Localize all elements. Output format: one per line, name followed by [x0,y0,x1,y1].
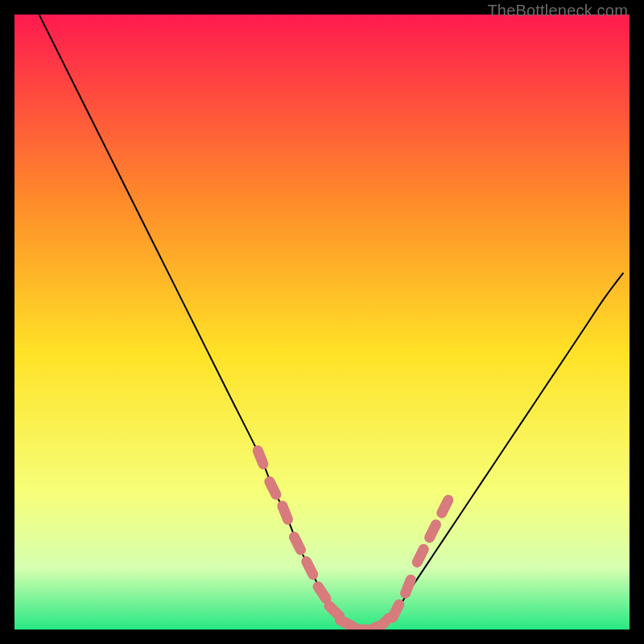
hotspot-marker [417,549,423,562]
hotspot-marker [294,537,300,550]
watermark-text: TheBottleneck.com [487,2,628,20]
hotspot-marker [258,451,263,464]
hotspot-marker [429,525,436,538]
hotspot-marker [307,562,313,575]
hotspot-marker [442,500,448,513]
chart-svg [14,14,630,630]
hotspot-marker [329,606,340,617]
hotspot-marker [378,618,389,629]
gradient-background [14,14,630,630]
chart-frame: TheBottleneck.com [0,0,644,644]
hotspot-marker [318,587,326,599]
hotspot-marker [406,580,411,593]
hotspot-marker [283,506,288,519]
plot-area [14,14,630,630]
hotspot-marker [393,605,399,617]
hotspot-marker [270,481,276,494]
